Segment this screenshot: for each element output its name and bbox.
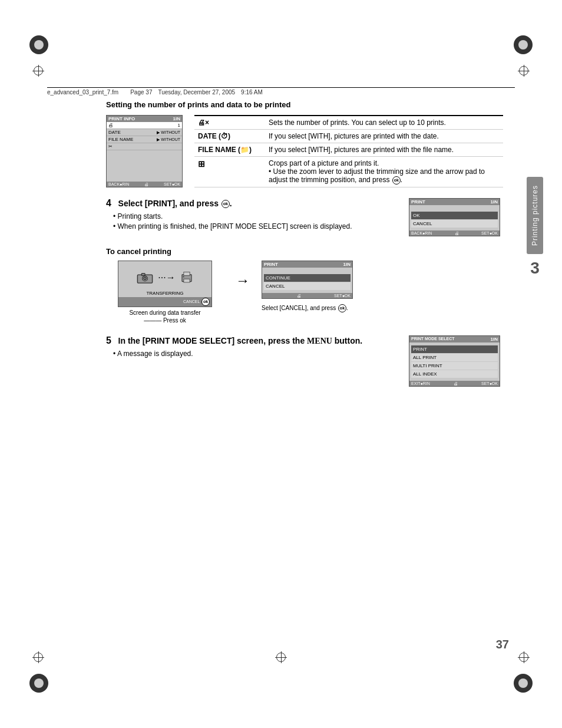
press-ok-text: Press ok xyxy=(163,317,186,324)
header-date: Tuesday, December 27, 2005 xyxy=(158,89,235,95)
ps1-bottom-mid: 🖨 xyxy=(455,231,459,235)
transfer-right: PRINT 1IN CONTINUE CANCEL 🖨 SET●OK Selec… xyxy=(262,261,353,324)
cancel-heading: To cancel printing xyxy=(106,247,503,256)
ps2-row-continue: CONTINUE xyxy=(264,274,351,282)
header-time: 9:16 AM xyxy=(241,89,263,95)
screen-row-date: DATE ▶ WITHOUT xyxy=(107,129,182,136)
step5-right: PRINT MODE SELECT 1IN PRINT ALL PRINT MU… xyxy=(409,335,503,390)
print-info-section: PRINT INFO 1IN 🖨 1 DATE ▶ WITHOUT FILE N… xyxy=(106,115,503,187)
svg-rect-7 xyxy=(183,276,184,277)
info-description-table: 🖨× Sets the number of prints. You can se… xyxy=(194,115,503,187)
reg-mark-tr xyxy=(518,65,530,77)
step4-left: 4 Select [PRINT], and press ok. Printing… xyxy=(106,198,400,235)
info-label-prints: 🖨× xyxy=(194,116,265,130)
pms-row-all-index: ALL INDEX xyxy=(411,370,498,378)
bottom-left: BACK●RIN xyxy=(108,182,129,186)
camera-icon xyxy=(137,271,153,284)
step4-heading: 4 Select [PRINT], and press ok. xyxy=(106,198,400,209)
reg-mark-tl xyxy=(32,65,44,77)
pms-row-multi-print: MULTI PRINT xyxy=(411,362,498,370)
info-table: 🖨× Sets the number of prints. You can se… xyxy=(194,116,503,187)
step4-right: PRINT 1IN OK CANCEL BACK●RIN 🖨 SET●OK xyxy=(409,198,503,241)
info-row-date: DATE (⏱) If you select [WITH], pictures … xyxy=(194,130,503,143)
pms-bottom-left: EXIT●RIN xyxy=(411,381,430,386)
ps2-bottom-right: SET●OK xyxy=(334,294,351,298)
header-page: Page 37 xyxy=(130,89,152,95)
step4-text: Select [PRINT], and press xyxy=(118,199,219,208)
step4-section: 4 Select [PRINT], and press ok. Printing… xyxy=(106,198,503,324)
pms-body: PRINT ALL PRINT MULTI PRINT ALL INDEX xyxy=(409,342,500,381)
print-icon-transfer xyxy=(180,271,193,284)
ps1-bottom-left: BACK●RIN xyxy=(411,231,432,235)
date-value: ▶ WITHOUT xyxy=(157,130,180,135)
print-screen-1: PRINT 1IN OK CANCEL BACK●RIN 🖨 SET●OK xyxy=(409,198,500,236)
screen-title: PRINT INFO xyxy=(108,116,135,121)
transfer-arrow: → xyxy=(236,272,250,324)
ok-icon-select-cancel: ok xyxy=(338,304,346,312)
ps1-title: PRINT 1IN xyxy=(409,199,500,205)
info-row-filename: FILE NAME (📁) If you select [WITH], pict… xyxy=(194,143,503,157)
info-text-trim: Crops part of a picture and prints it.• … xyxy=(265,157,503,187)
pms-bottom-right: SET●OK xyxy=(481,381,498,386)
bottom-mid: 🖨 xyxy=(144,182,148,186)
section-title: Setting the number of prints and data to… xyxy=(106,100,503,109)
transfer-section: ···→ TRANSFERRING CANCEL ok xyxy=(106,261,503,324)
ps2-title: PRINT 1IN xyxy=(262,261,352,268)
ps2-bottom: 🖨 SET●OK xyxy=(262,293,352,298)
ts-bottom: CANCEL ok xyxy=(118,297,211,307)
info-text-date: If you select [WITH], pictures are print… xyxy=(265,130,503,143)
svg-rect-5 xyxy=(184,272,190,275)
svg-point-2 xyxy=(144,277,146,279)
svg-rect-6 xyxy=(184,279,190,282)
screen-title-bar: PRINT INFO 1IN xyxy=(107,116,182,122)
circle-mark-br xyxy=(514,674,533,693)
screen-row-trim: ✂ xyxy=(107,143,182,150)
filename-label: FILE NAME xyxy=(108,137,133,142)
pms-bottom-mid: 🖨 xyxy=(454,381,458,386)
circle-mark-tr xyxy=(514,35,533,54)
step4-bullet-1: Printing starts. xyxy=(113,212,400,220)
info-text-filename: If you select [WITH], pictures are print… xyxy=(265,143,503,157)
ps2-body: CONTINUE CANCEL xyxy=(262,268,352,293)
press-ok-label: ——— Press ok xyxy=(144,317,186,324)
pms-title: PRINT MODE SELECT 1IN xyxy=(409,336,500,342)
ps1-body: OK CANCEL xyxy=(409,205,500,230)
ps1-bottom-right: SET●OK xyxy=(481,231,498,235)
step4-layout: 4 Select [PRINT], and press ok. Printing… xyxy=(106,198,503,241)
print-info-screen: PRINT INFO 1IN 🖨 1 DATE ▶ WITHOUT FILE N… xyxy=(106,115,183,187)
step5-button-word: button. xyxy=(335,336,362,345)
chapter-tab: Printing pictures xyxy=(527,177,543,254)
arrow-transfer: ···→ xyxy=(158,272,175,283)
circle-mark-tl xyxy=(29,35,48,54)
screen-row-prints: 🖨 1 xyxy=(107,122,182,129)
ok-icon-cancel: ok xyxy=(201,298,210,306)
ps1-row-cancel: CANCEL xyxy=(411,220,498,228)
pms-row-print: PRINT xyxy=(411,345,498,353)
info-text-prints: Sets the number of prints. You can selec… xyxy=(265,116,503,130)
screen-badge: 1IN xyxy=(173,116,180,121)
chapter-tab-label: Printing pictures xyxy=(531,185,539,246)
ps2-bottom-mid: 🖨 xyxy=(297,294,301,298)
select-cancel-label: Select [CANCEL], and press xyxy=(262,304,336,311)
step4-number: 4 xyxy=(106,198,111,208)
info-row-trim: ⊞ Crops part of a picture and prints it.… xyxy=(194,157,503,187)
transfer-left: ···→ TRANSFERRING CANCEL ok xyxy=(106,261,224,324)
print-count: 1 xyxy=(178,123,180,128)
screen-row-filename: FILE NAME ▶ WITHOUT xyxy=(107,136,182,143)
info-label-date: DATE (⏱) xyxy=(194,130,265,143)
info-label-trim: ⊞ xyxy=(194,157,265,187)
step4-bullet-2: When printing is finished, the [PRINT MO… xyxy=(113,222,400,230)
step5-number: 5 xyxy=(106,335,111,345)
ok-icon-step4: ok xyxy=(222,200,230,208)
screen-caption: Screen during data transfer xyxy=(129,309,200,316)
filename-value: ▶ WITHOUT xyxy=(157,137,180,142)
ok-icon-trim: ok xyxy=(392,176,401,185)
ps1-bottom: BACK●RIN 🖨 SET●OK xyxy=(409,230,500,236)
header-filename: e_advanced_03_print_7.fm xyxy=(47,89,118,95)
page-number: 37 xyxy=(496,638,509,651)
step5-bullet-1: A message is displayed. xyxy=(113,350,400,358)
step5-text: In the [PRINT MODE SELECT] screen, press… xyxy=(118,336,305,345)
menu-word: MENU xyxy=(307,337,332,345)
trim-icon: ✂ xyxy=(108,144,113,149)
cancel-button-label: CANCEL ok xyxy=(183,298,210,306)
